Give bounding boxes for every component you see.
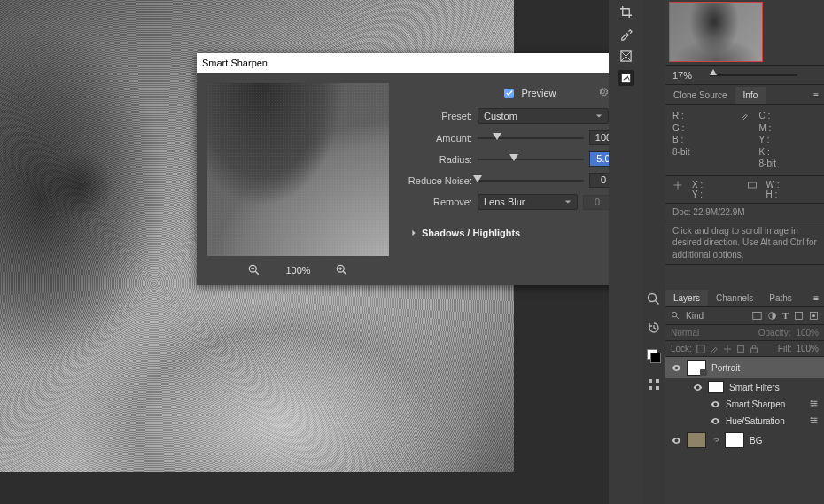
navigator-panel — [665, 0, 824, 66]
panel-menu-icon[interactable]: ≡ — [808, 290, 824, 306]
visibility-toggle[interactable] — [671, 435, 681, 446]
layer-name: Smart Sharpen — [726, 399, 785, 409]
frame-tool-icon[interactable] — [618, 48, 634, 64]
history-icon[interactable] — [647, 321, 661, 335]
mask-thumb — [725, 432, 744, 448]
search-icon[interactable] — [671, 311, 680, 321]
filter-hue-sat[interactable]: Hue/Saturation — [665, 413, 824, 430]
panel-menu-icon[interactable]: ≡ — [808, 87, 824, 104]
dimensions-icon — [747, 180, 758, 190]
tab-paths[interactable]: Paths — [761, 290, 800, 306]
artboard-tool-icon[interactable] — [618, 70, 634, 86]
visibility-toggle[interactable] — [671, 362, 681, 373]
swatches-icon[interactable] — [647, 349, 661, 363]
svg-point-4 — [649, 294, 657, 302]
dialog-title: Smart Sharpen — [202, 58, 268, 68]
visibility-toggle[interactable] — [710, 399, 720, 410]
remove-dropdown[interactable]: Lens Blur — [478, 194, 578, 210]
layer-list: Portrait Smart Filters Smart Sharpen Hue… — [665, 357, 824, 504]
eyedropper-icon — [740, 110, 750, 120]
filter-shape-icon[interactable] — [794, 311, 804, 321]
layer-name: BG — [750, 436, 762, 446]
grid-icon[interactable] — [647, 377, 661, 392]
zoom-level: 100% — [285, 265, 310, 275]
amount-label: Amount: — [403, 133, 472, 143]
filter-blend-icon[interactable] — [809, 415, 819, 427]
remove-angle-input: 0 — [583, 195, 611, 210]
svg-point-20 — [814, 402, 816, 404]
info-panel-coords: X :Y : W :H : — [665, 176, 824, 204]
chevron-down-icon — [564, 198, 571, 205]
fill-input[interactable]: 100% — [796, 344, 819, 353]
svg-rect-17 — [738, 345, 744, 352]
svg-point-10 — [672, 312, 677, 317]
lock-row: Lock: Fill: 100% — [665, 341, 824, 357]
search-icon[interactable] — [647, 292, 661, 306]
svg-rect-9 — [748, 182, 756, 188]
filter-smart-icon[interactable] — [809, 311, 819, 321]
settings-gear-icon[interactable] — [598, 87, 608, 98]
filter-type-icon[interactable]: T — [782, 311, 789, 321]
info-tabs: Clone Source Info ≡ — [665, 85, 824, 105]
layer-bg[interactable]: BG — [665, 430, 824, 451]
svg-rect-16 — [697, 345, 704, 352]
opacity-input[interactable]: 100% — [796, 328, 819, 337]
radius-slider[interactable] — [478, 152, 584, 167]
tab-info[interactable]: Info — [735, 87, 766, 104]
blend-mode-dropdown[interactable]: Normal — [671, 328, 699, 337]
layer-name: Hue/Saturation — [726, 416, 785, 426]
noise-slider[interactable] — [478, 174, 584, 188]
svg-point-22 — [811, 417, 812, 419]
lock-artboard-icon[interactable] — [736, 345, 745, 353]
dock-strip — [642, 0, 665, 504]
lock-move-icon[interactable] — [723, 345, 732, 353]
lock-pixels-icon[interactable] — [696, 345, 705, 353]
preview-area[interactable] — [207, 83, 389, 256]
zoom-in-icon[interactable] — [336, 264, 348, 276]
tab-layers[interactable]: Layers — [665, 290, 708, 306]
link-icon[interactable] — [711, 436, 719, 446]
remove-label: Remove: — [403, 197, 472, 207]
smart-sharpen-dialog: Smart Sharpen ✕ Preview OK Cancel Preset… — [197, 53, 668, 285]
filter-image-icon[interactable] — [752, 311, 762, 321]
noise-label: Reduce Noise: — [403, 175, 472, 186]
chevron-right-icon — [410, 229, 417, 236]
svg-point-15 — [812, 314, 815, 317]
visibility-toggle[interactable] — [710, 416, 720, 427]
filter-blend-icon[interactable] — [809, 399, 819, 410]
layer-name: Smart Filters — [729, 383, 780, 392]
filter-mask-thumb — [708, 381, 724, 393]
lock-brush-icon[interactable] — [710, 345, 719, 353]
navigator-zoom-bar: 17% — [665, 66, 824, 85]
navigator-thumb[interactable] — [669, 2, 763, 62]
nav-zoom-slider[interactable] — [710, 74, 797, 76]
preset-dropdown[interactable]: Custom — [478, 108, 609, 124]
svg-point-23 — [814, 419, 816, 421]
tab-channels[interactable]: Channels — [708, 290, 761, 306]
filter-adjust-icon[interactable] — [767, 311, 777, 321]
preview-label: Preview — [521, 88, 556, 98]
filter-kind-label[interactable]: Kind — [686, 311, 704, 321]
tab-clone-source[interactable]: Clone Source — [665, 87, 735, 104]
preview-checkbox[interactable] — [504, 89, 514, 98]
zoom-out-icon[interactable] — [248, 264, 260, 276]
blend-mode-row: Normal Opacity: 100% — [665, 325, 824, 341]
chevron-down-icon — [595, 112, 602, 120]
crop-tool-icon[interactable] — [618, 4, 634, 19]
lock-all-icon[interactable] — [750, 345, 758, 353]
doc-size-text: Doc: 22.9M/22.9M — [665, 204, 824, 221]
preset-label: Preset: — [403, 111, 472, 121]
layer-thumb — [687, 432, 706, 448]
panels-column: 17% Clone Source Info ≡ R : G : B : 8-bi… — [665, 0, 824, 504]
svg-rect-5 — [649, 379, 652, 383]
crosshair-icon — [672, 180, 683, 190]
smart-filters-group[interactable]: Smart Filters — [665, 378, 824, 396]
filter-smart-sharpen[interactable]: Smart Sharpen — [665, 396, 824, 413]
amount-slider[interactable] — [478, 131, 584, 145]
visibility-toggle[interactable] — [692, 382, 703, 392]
nav-zoom-thumb[interactable] — [710, 69, 717, 75]
eyedropper-tool-icon[interactable] — [618, 26, 634, 42]
layer-filter-bar: Kind T — [665, 307, 824, 325]
svg-rect-8 — [656, 386, 659, 390]
layer-portrait[interactable]: Portrait — [665, 357, 824, 378]
